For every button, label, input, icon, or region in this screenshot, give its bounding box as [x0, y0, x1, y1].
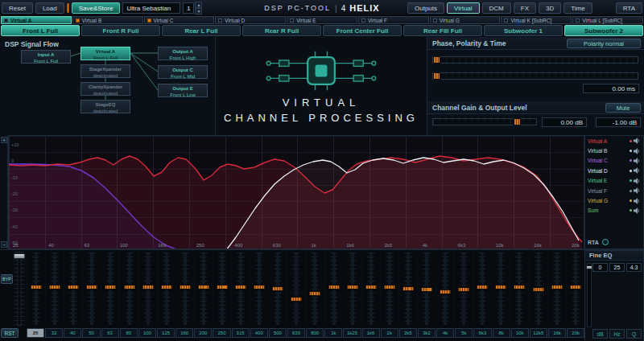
speaker-icon[interactable] [634, 207, 641, 214]
eq-band-slider[interactable] [398, 252, 417, 326]
eq-frequency-label[interactable]: 2k5 [399, 328, 417, 338]
polarity-button[interactable]: Polarity normal [567, 39, 641, 48]
eq-frequency-label[interactable]: 400 [250, 328, 268, 338]
eq-band-handle[interactable] [514, 285, 526, 290]
virtual-tab[interactable]: Virtual B [72, 16, 143, 24]
eq-band-handle[interactable] [272, 286, 284, 291]
channel-indicator[interactable] [504, 18, 508, 23]
eq-frequency-label[interactable]: 3k2 [418, 328, 436, 338]
eq-band-handle[interactable] [402, 286, 414, 291]
eq-frequency-label[interactable]: 63 [101, 328, 119, 338]
eq-reset-button[interactable]: RST [1, 328, 19, 338]
eq-band-slider[interactable] [101, 252, 119, 326]
stepper-arrows[interactable]: ▲▼ [195, 2, 202, 14]
virtual-tab[interactable]: Virtual L [SubRC] [572, 16, 643, 24]
eq-band-handle[interactable] [216, 285, 228, 290]
eq-band-slider[interactable] [305, 252, 324, 326]
eq-frequency-label[interactable]: 8k [493, 328, 510, 338]
eq-frequency-label[interactable]: 800 [306, 328, 324, 338]
eq-band-handle[interactable] [383, 285, 395, 290]
speaker-icon[interactable] [634, 178, 641, 184]
legend-row[interactable]: Virtual G [585, 195, 643, 205]
eq-band-handle[interactable] [179, 285, 191, 290]
speaker-icon[interactable] [634, 148, 641, 154]
eq-band-handle[interactable] [123, 285, 135, 290]
channel-indicator[interactable] [290, 18, 294, 23]
signal-flow-node[interactable]: StageEQdeactivated [80, 100, 130, 113]
eq-band-slider[interactable] [473, 252, 491, 326]
eq-band-handle[interactable] [309, 291, 321, 296]
legend-row[interactable]: Virtual C [585, 156, 643, 166]
eq-frequency-label[interactable]: 6k3 [473, 328, 491, 338]
eq-frequency-label[interactable]: 1k6 [362, 328, 380, 338]
view-button[interactable]: FX [514, 2, 536, 14]
eq-band-handle[interactable] [197, 285, 209, 290]
speaker-icon[interactable] [634, 198, 641, 204]
virtual-tab[interactable]: Virtual A [1, 16, 72, 24]
channel-button[interactable]: Front R Full [81, 25, 160, 36]
channel-indicator[interactable] [76, 18, 80, 23]
time-delay-slider[interactable] [432, 72, 638, 80]
legend-row[interactable]: Virtual D [585, 166, 643, 175]
legend-row[interactable]: Virtual F [585, 186, 643, 195]
virtual-tab[interactable]: Virtual K [SubRC] [501, 16, 572, 24]
fine-eq-db-value[interactable]: 0 [592, 263, 608, 272]
signal-flow-node[interactable]: StageXpanderdeactivated [80, 64, 130, 78]
eq-frequency-label[interactable]: 630 [287, 328, 305, 338]
channel-indicator[interactable] [576, 18, 580, 23]
eq-band-handle[interactable] [105, 285, 117, 290]
legend-row[interactable]: Virtual E [585, 176, 643, 186]
eq-frequency-label[interactable]: 32 [45, 328, 63, 338]
eq-band-slider[interactable] [417, 252, 436, 326]
eq-band-slider[interactable] [361, 252, 380, 326]
channel-button[interactable]: Subwoofer 2 [564, 25, 643, 36]
zoom-out-button[interactable]: − [1, 241, 7, 248]
eq-band-slider[interactable] [27, 252, 45, 326]
master-fader-handle[interactable] [13, 253, 25, 259]
view-button[interactable]: DCM [482, 2, 511, 14]
virtual-tab[interactable]: Virtual G [430, 16, 501, 24]
signal-flow-node[interactable]: Output EFront L Low [158, 84, 208, 97]
eq-band-handle[interactable] [346, 285, 358, 290]
eq-frequency-label[interactable]: 20k [567, 328, 584, 338]
eq-band-slider[interactable] [268, 252, 287, 326]
eq-band-handle[interactable] [142, 285, 154, 290]
eq-band-slider[interactable] [231, 252, 250, 326]
master-fader-track[interactable] [17, 252, 21, 326]
fine-eq-fader[interactable] [587, 263, 592, 327]
reset-button[interactable]: Reset [2, 2, 33, 14]
eq-frequency-label[interactable]: 12k5 [530, 328, 547, 338]
mute-button[interactable]: Mute [605, 103, 641, 113]
eq-band-slider[interactable] [547, 252, 566, 326]
eq-band-slider[interactable] [64, 252, 82, 326]
eq-band-handle[interactable] [532, 287, 544, 292]
eq-band-slider[interactable] [213, 252, 231, 326]
eq-band-track[interactable] [314, 253, 316, 325]
virtual-tab[interactable]: Virtual C [144, 16, 215, 24]
eq-band-slider[interactable] [380, 252, 398, 326]
channel-indicator[interactable] [433, 18, 437, 23]
legend-row[interactable]: Virtual B [585, 146, 643, 155]
eq-frequency-label[interactable]: 4k [436, 328, 454, 338]
view-button[interactable]: Time [564, 2, 592, 14]
eq-band-handle[interactable] [328, 285, 340, 290]
eq-band-handle[interactable] [365, 285, 377, 290]
eq-band-slider[interactable] [529, 252, 547, 326]
eq-frequency-label[interactable]: 10k [511, 328, 529, 338]
eq-master-fader[interactable] [13, 252, 25, 326]
signal-flow-node[interactable]: Virtual AFront L Full [80, 47, 130, 60]
eq-band-handle[interactable] [495, 285, 507, 290]
eq-band-slider[interactable] [119, 252, 138, 326]
eq-band-slider[interactable] [491, 252, 510, 326]
eq-band-handle[interactable] [551, 285, 563, 290]
eq-frequency-label[interactable]: 160 [175, 328, 193, 338]
eq-band-slider[interactable] [454, 252, 473, 326]
eq-frequency-label[interactable]: 1k [324, 328, 342, 338]
channel-indicator[interactable] [147, 18, 151, 23]
channel-button[interactable]: Front L Full [1, 25, 80, 36]
eq-band-slider[interactable] [157, 252, 175, 326]
eq-band-slider[interactable] [250, 252, 268, 326]
eq-band-slider[interactable] [175, 252, 194, 326]
fine-eq-q-value[interactable]: 4.3 [626, 263, 642, 272]
phase-slider-handle[interactable] [433, 56, 440, 64]
